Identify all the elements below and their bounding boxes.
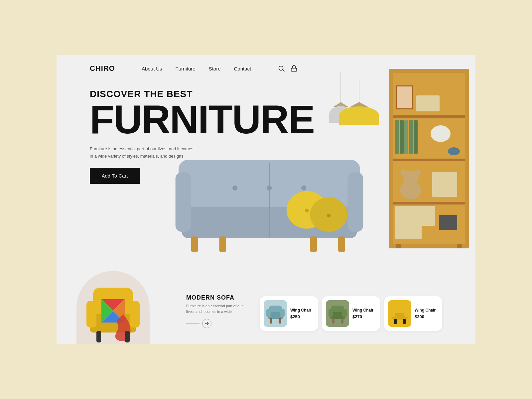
svg-rect-27 [457,244,462,248]
svg-rect-61 [279,318,281,324]
svg-rect-71 [404,308,409,317]
svg-rect-73 [403,319,406,324]
wing-chair-blue-icon [266,303,285,325]
svg-rect-65 [342,309,347,317]
product-info-1: Wing Chair $270 [352,308,376,320]
svg-rect-67 [341,318,343,324]
svg-line-1 [283,70,284,71]
svg-point-39 [305,208,309,212]
svg-rect-60 [270,318,272,324]
svg-rect-48 [130,301,140,328]
product-image-2 [388,300,411,327]
hero-title: FURNITURE [90,99,442,139]
svg-rect-26 [396,244,401,248]
svg-rect-58 [266,309,271,317]
svg-rect-43 [310,236,317,252]
svg-rect-42 [219,236,226,252]
hero-text: DISCOVER THE BEST FURNITURE Furniture is… [90,82,442,184]
product-card-2[interactable]: Wing Chair $300 [384,296,442,331]
page-wrapper: CHIRO About Us Furniture Store Contact D… [57,55,475,344]
svg-rect-44 [338,236,345,252]
svg-point-40 [327,214,331,217]
svg-point-34 [301,186,306,191]
featured-title: MODERN SOFA [186,294,246,301]
svg-rect-41 [191,236,198,252]
product-info-2: Wing Chair $300 [415,308,438,320]
more-line [186,324,200,324]
wing-chair-green-icon [329,303,347,325]
cart-icon[interactable] [290,65,298,72]
add-to-cart-button[interactable]: Add To Cart [90,168,140,184]
svg-rect-7 [393,202,465,204]
product-card-1[interactable]: Wing Chair $270 [322,296,380,331]
svg-point-0 [279,66,283,70]
product-name-1: Wing Chair [352,308,376,313]
wing-chair-yellow-icon [391,303,409,325]
featured-chair-circle [76,271,150,344]
svg-rect-24 [395,226,422,239]
product-price-1: $270 [352,314,376,319]
svg-rect-23 [395,206,435,226]
product-price-0: $250 [290,314,314,319]
hero-description: Furniture is an essential part of our li… [90,145,196,160]
hero-section: DISCOVER THE BEST FURNITURE Furniture is… [57,82,475,275]
svg-rect-47 [86,301,96,328]
product-cards: Wing Chair $250 Wing Chair [260,296,442,337]
arrow-right-icon [204,321,209,326]
svg-rect-2 [291,68,297,71]
arrow-circle[interactable] [202,319,211,328]
product-image-1 [326,300,349,327]
svg-rect-66 [332,318,334,324]
svg-rect-59 [280,309,285,317]
nav-icons [278,65,298,72]
nav-store[interactable]: Store [209,66,221,71]
product-name-0: Wing Chair [290,308,314,313]
product-image-0 [264,300,287,327]
logo: CHIRO [90,64,115,73]
bottom-section: MODERN SOFA Furniture is an essential pa… [57,278,475,344]
svg-rect-25 [439,215,457,230]
product-info-0: Wing Chair $250 [290,308,314,320]
product-name-2: Wing Chair [415,308,438,313]
more-button[interactable] [186,319,246,328]
product-price-2: $300 [415,314,438,319]
nav-contact[interactable]: Contact [234,66,251,71]
nav: About Us Furniture Store Contact [142,66,251,71]
search-icon[interactable] [278,65,285,72]
modern-sofa-info: MODERN SOFA Furniture is an essential pa… [186,294,246,337]
svg-rect-70 [391,308,395,317]
svg-rect-54 [96,331,101,342]
svg-point-32 [232,186,237,191]
svg-rect-64 [329,309,333,317]
featured-description: Furniture is an essential part of our li… [186,303,246,315]
svg-rect-55 [125,331,130,342]
nav-about[interactable]: About Us [142,66,162,71]
nav-furniture[interactable]: Furniture [176,66,196,71]
product-card-0[interactable]: Wing Chair $250 [260,296,318,331]
svg-rect-72 [394,319,397,324]
svg-point-17 [448,147,460,155]
header: CHIRO About Us Furniture Store Contact [57,55,475,82]
